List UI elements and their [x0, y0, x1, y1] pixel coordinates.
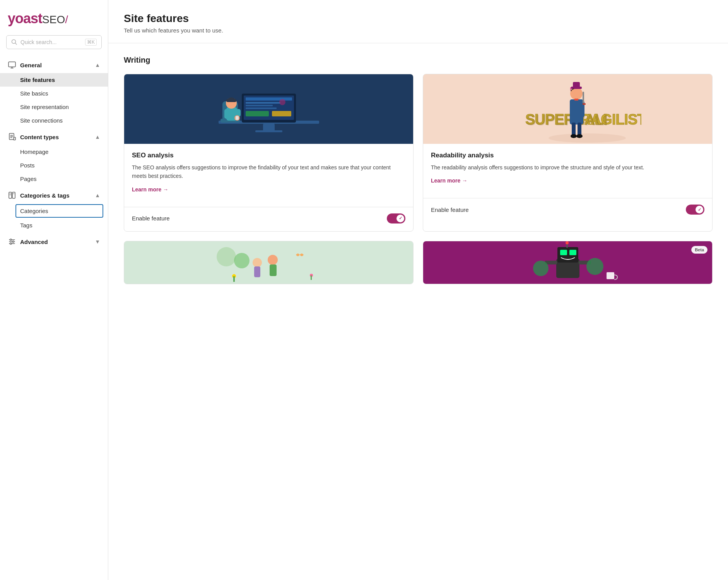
sliders-icon — [8, 237, 16, 246]
monitor-icon — [8, 61, 16, 69]
nav-section-general: General ▲ Site features Site basics Site… — [0, 57, 108, 127]
sidebar-item-site-basics[interactable]: Site basics — [0, 87, 108, 100]
svg-point-63 — [217, 247, 236, 266]
logo-slash: / — [65, 14, 68, 26]
sidebar-item-posts[interactable]: Posts — [0, 159, 108, 172]
readability-analysis-footer: Enable feature ✓ — [423, 205, 712, 222]
readability-analysis-card: SUPERCALI FRAGILIST... SUPERCALI — [423, 74, 713, 232]
readability-analysis-body: Readability analysis The readability ana… — [423, 144, 712, 192]
svg-point-53 — [576, 134, 583, 138]
svg-rect-29 — [246, 102, 280, 104]
search-shortcut: ⌘K — [85, 39, 97, 46]
svg-point-19 — [10, 239, 12, 241]
bottom-card-right: Beta — [423, 241, 713, 284]
svg-rect-28 — [246, 97, 292, 101]
seo-analysis-card: SEO analysis The SEO analysis offers sug… — [124, 74, 414, 232]
svg-rect-68 — [270, 264, 277, 276]
svg-rect-44 — [494, 74, 641, 144]
sidebar-item-pages[interactable]: Pages — [0, 172, 108, 186]
svg-point-84 — [566, 241, 569, 244]
garden-illustration — [195, 241, 342, 284]
svg-rect-60 — [583, 103, 586, 105]
svg-point-52 — [571, 134, 577, 138]
sidebar-item-categories[interactable]: Categories — [15, 204, 103, 218]
sidebar: yoast SEO/ Quick search... ⌘K General ▲ … — [0, 0, 108, 580]
seo-analysis-description: The SEO analysis offers suggestions to i… — [132, 163, 405, 181]
seo-analysis-learn-more[interactable]: Learn more → — [132, 186, 168, 193]
advanced-label: Advanced — [20, 239, 95, 245]
readability-analysis-image: SUPERCALI FRAGILIST... SUPERCALI — [423, 74, 712, 144]
sidebar-item-site-features[interactable]: Site features — [0, 73, 108, 87]
svg-rect-71 — [233, 276, 235, 282]
logo-seo: SEO — [42, 14, 65, 26]
tag-icon — [8, 191, 16, 200]
content-area: Writing — [108, 43, 728, 306]
svg-rect-72 — [311, 275, 312, 280]
svg-point-80 — [533, 261, 549, 276]
robot-illustration — [494, 241, 641, 284]
content-types-label: Content types — [20, 134, 95, 140]
svg-rect-30 — [246, 105, 273, 106]
content-types-chevron: ▲ — [95, 134, 100, 140]
general-label: General — [20, 62, 95, 68]
page-title: Site features — [124, 12, 713, 25]
document-icon — [8, 133, 16, 141]
nav-section-categories-tags-header[interactable]: Categories & tags ▲ — [0, 187, 108, 203]
beta-badge: Beta — [691, 246, 707, 254]
seo-toggle-check: ✓ — [399, 216, 402, 221]
svg-rect-31 — [246, 107, 277, 109]
seo-analysis-footer: Enable feature ✓ — [124, 213, 413, 231]
page-subtitle: Tell us which features you want to use. — [124, 27, 713, 34]
nav-section-content-types: Content types ▲ Homepage Posts Pages — [0, 129, 108, 186]
seo-analysis-image — [124, 74, 413, 144]
seo-card-divider — [124, 207, 413, 207]
seo-analysis-title: SEO analysis — [132, 152, 405, 159]
svg-rect-11 — [9, 192, 12, 198]
nav-section-general-header[interactable]: General ▲ — [0, 57, 108, 73]
writing-cards-grid: SEO analysis The SEO analysis offers sug… — [124, 74, 713, 232]
svg-line-1 — [15, 43, 17, 45]
main-content: Site features Tell us which features you… — [108, 0, 728, 580]
nav-section-categories-tags: Categories & tags ▲ Categories Tags — [0, 187, 108, 232]
svg-rect-59 — [583, 92, 584, 103]
readability-illustration: SUPERCALI FRAGILIST... SUPERCALI — [494, 74, 641, 144]
nav-section-advanced-header[interactable]: Advanced ▼ — [0, 234, 108, 250]
search-icon — [11, 39, 17, 45]
sidebar-item-homepage[interactable]: Homepage — [0, 145, 108, 159]
svg-rect-66 — [254, 266, 260, 277]
categories-tags-chevron: ▲ — [95, 192, 100, 198]
svg-rect-25 — [255, 130, 282, 132]
bottom-cards-grid: Beta — [124, 241, 713, 284]
svg-rect-34 — [272, 111, 291, 116]
svg-point-67 — [268, 255, 278, 265]
sidebar-item-site-connections[interactable]: Site connections — [0, 114, 108, 127]
seo-analysis-toggle[interactable]: ✓ — [387, 213, 405, 223]
svg-rect-76 — [560, 250, 567, 255]
sidebar-item-site-representation[interactable]: Site representation — [0, 100, 108, 114]
seo-analysis-body: SEO analysis The SEO analysis offers sug… — [124, 144, 413, 201]
svg-point-20 — [12, 241, 14, 242]
readability-learn-more[interactable]: Learn more → — [431, 177, 467, 184]
nav-section-advanced: Advanced ▼ — [0, 234, 108, 250]
svg-rect-2 — [9, 62, 15, 67]
svg-rect-12 — [12, 192, 15, 198]
svg-rect-77 — [569, 250, 576, 255]
svg-rect-61 — [574, 99, 578, 101]
nav-section-content-types-header[interactable]: Content types ▲ — [0, 129, 108, 145]
general-chevron: ▲ — [95, 62, 100, 68]
writing-section-title: Writing — [124, 56, 713, 65]
svg-rect-50 — [572, 123, 576, 136]
seo-illustration — [195, 74, 342, 144]
svg-rect-43 — [236, 116, 239, 120]
svg-point-21 — [10, 243, 12, 244]
svg-point-45 — [549, 133, 626, 143]
svg-rect-33 — [246, 111, 269, 116]
svg-rect-39 — [226, 99, 236, 102]
readability-analysis-title: Readability analysis — [431, 152, 704, 159]
sidebar-item-tags[interactable]: Tags — [0, 218, 108, 232]
svg-rect-49 — [570, 99, 583, 125]
svg-rect-57 — [570, 87, 571, 90]
readability-analysis-toggle[interactable]: ✓ — [686, 205, 704, 215]
advanced-chevron: ▼ — [95, 239, 100, 245]
search-bar[interactable]: Quick search... ⌘K — [6, 35, 102, 49]
